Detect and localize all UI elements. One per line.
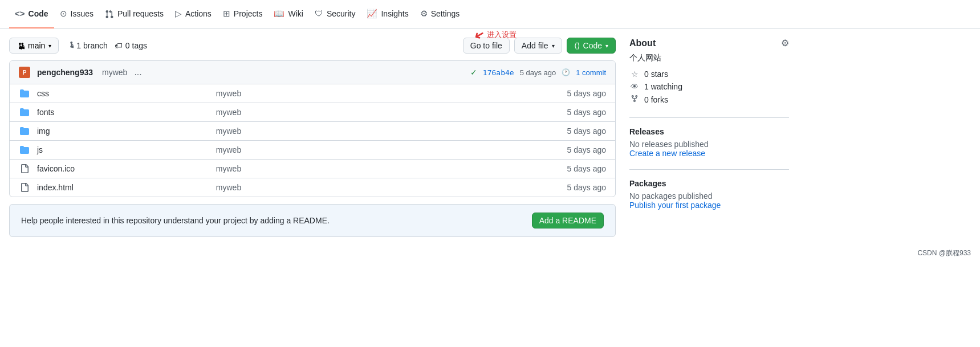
wiki-icon: 📖	[274, 9, 284, 19]
file-time: 5 days ago	[567, 108, 607, 117]
commit-hash-link[interactable]: 176ab4e	[483, 68, 514, 77]
insights-icon: 📈	[367, 9, 377, 19]
folder-icon	[19, 89, 30, 98]
pull-requests-icon	[105, 8, 114, 18]
tab-code[interactable]: <> Code	[9, 0, 54, 28]
watching-stat: 👁 1 watching	[629, 80, 789, 93]
commit-user-link[interactable]: pengcheng933	[37, 68, 93, 77]
actions-icon: ▷	[175, 9, 182, 19]
forks-stat: 0 forks	[629, 93, 789, 106]
gear-icon[interactable]: ⚙	[781, 38, 789, 48]
file-table: P pengcheng933 myweb ... ✓ 176ab4e 5 day…	[9, 60, 616, 197]
table-row: css myweb 5 days ago	[10, 84, 615, 103]
file-name-link[interactable]: favicon.ico	[37, 164, 209, 173]
commit-time: 5 days ago	[520, 68, 556, 77]
folder-icon	[19, 108, 30, 117]
add-readme-button[interactable]: Add a README	[532, 213, 604, 228]
branch-count-icon	[66, 41, 74, 51]
chevron-down-icon: ▾	[48, 43, 51, 49]
repo-content: main ▾ 1 branch 🏷 0 tags	[9, 38, 616, 237]
projects-icon: ⊞	[223, 9, 230, 19]
file-name-link[interactable]: js	[37, 145, 209, 154]
commit-message: myweb	[102, 68, 127, 77]
tab-insights[interactable]: 📈 Insights	[361, 0, 414, 28]
code-icon: <>	[15, 9, 25, 18]
branch-bar-right: Go to file Add file ▾ ⟨⟩ Code ▾	[463, 38, 616, 54]
file-name-link[interactable]: img	[37, 126, 209, 136]
no-releases-text: No releases published	[629, 140, 789, 149]
publish-package-link[interactable]: Publish your first package	[629, 201, 721, 210]
file-time: 5 days ago	[567, 183, 607, 192]
clock-icon: 🕐	[562, 68, 570, 76]
file-name-link[interactable]: index.html	[37, 183, 209, 192]
stars-count: 0 stars	[644, 70, 668, 79]
tab-settings[interactable]: ⚙ Settings	[414, 0, 466, 28]
sidebar-releases-section: Releases No releases published Create a …	[629, 127, 789, 158]
packages-title: Packages	[629, 179, 789, 188]
folder-icon	[19, 126, 30, 136]
file-time: 5 days ago	[567, 126, 607, 136]
add-file-button[interactable]: Add file ▾	[514, 38, 562, 54]
file-commit-msg: myweb	[216, 145, 560, 154]
tab-security[interactable]: 🛡 Security	[309, 0, 361, 28]
watching-count: 1 watching	[644, 82, 682, 91]
commit-row: P pengcheng933 myweb ... ✓ 176ab4e 5 day…	[10, 61, 615, 84]
tab-pull-requests[interactable]: Pull requests	[99, 0, 169, 28]
branch-icon	[17, 41, 25, 50]
readme-banner-text: Help people interested in this repositor…	[21, 216, 330, 225]
commit-check-icon: ✓	[470, 68, 477, 77]
watching-icon: 👁	[629, 82, 640, 91]
sidebar-divider	[629, 117, 789, 118]
star-icon: ☆	[629, 70, 640, 79]
sidebar: About ⚙ 个人网站 ☆ 0 stars 👁 1 watching 0 fo…	[629, 38, 789, 237]
file-commit-msg: myweb	[216, 89, 560, 98]
file-commit-msg: myweb	[216, 126, 560, 136]
repo-description: 个人网站	[629, 53, 789, 63]
table-row: fonts myweb 5 days ago	[10, 103, 615, 122]
tag-count-link[interactable]: 🏷 0 tags	[115, 41, 147, 50]
chevron-down-icon: ▾	[552, 43, 555, 49]
folder-icon	[19, 145, 30, 154]
tab-projects[interactable]: ⊞ Projects	[217, 0, 269, 28]
table-row: index.html myweb 5 days ago	[10, 178, 615, 197]
tab-wiki[interactable]: 📖 Wiki	[268, 0, 308, 28]
security-icon: 🛡	[315, 9, 323, 18]
settings-icon: ⚙	[420, 9, 428, 19]
file-icon	[19, 164, 30, 173]
branch-count-link[interactable]: 1 branch	[66, 41, 107, 51]
avatar: P	[19, 67, 30, 78]
chevron-down-icon: ▾	[605, 43, 608, 49]
footer: CSDN @朕程933	[0, 246, 980, 260]
branch-bar-left: main ▾ 1 branch 🏷 0 tags	[9, 38, 147, 54]
top-nav: <> Code ⊙ Issues Pull requests ▷ Actions…	[0, 0, 980, 28]
forks-count: 0 forks	[644, 95, 668, 104]
file-name-link[interactable]: fonts	[37, 108, 209, 117]
file-commit-msg: myweb	[216, 164, 560, 173]
create-release-link[interactable]: Create a new release	[629, 149, 705, 158]
file-time: 5 days ago	[567, 164, 607, 173]
issues-icon: ⊙	[60, 9, 67, 19]
releases-title: Releases	[629, 127, 789, 136]
file-commit-msg: myweb	[216, 108, 560, 117]
sidebar-divider-2	[629, 169, 789, 170]
branch-bar: main ▾ 1 branch 🏷 0 tags	[9, 38, 616, 54]
sidebar-packages-section: Packages No packages published Publish y…	[629, 179, 789, 210]
no-packages-text: No packages published	[629, 191, 789, 201]
readme-banner: Help people interested in this repositor…	[9, 204, 616, 237]
commit-dots[interactable]: ...	[134, 67, 141, 77]
tab-issues[interactable]: ⊙ Issues	[54, 0, 99, 28]
table-row: js myweb 5 days ago	[10, 141, 615, 160]
branch-count-text: 1 branch	[76, 41, 107, 50]
go-to-file-button[interactable]: Go to file	[463, 38, 510, 54]
file-time: 5 days ago	[567, 145, 607, 154]
code-button[interactable]: ⟨⟩ Code ▾	[567, 38, 616, 54]
stars-stat: ☆ 0 stars	[629, 68, 789, 80]
branch-selector[interactable]: main ▾	[9, 38, 59, 54]
file-name-link[interactable]: css	[37, 89, 209, 98]
file-time: 5 days ago	[567, 89, 607, 98]
tag-count-text: 0 tags	[125, 41, 147, 50]
table-row: img myweb 5 days ago	[10, 122, 615, 141]
tab-actions[interactable]: ▷ Actions	[169, 0, 217, 28]
footer-text: CSDN @朕程933	[917, 249, 971, 257]
commit-count-link[interactable]: 1 commit	[576, 68, 606, 77]
